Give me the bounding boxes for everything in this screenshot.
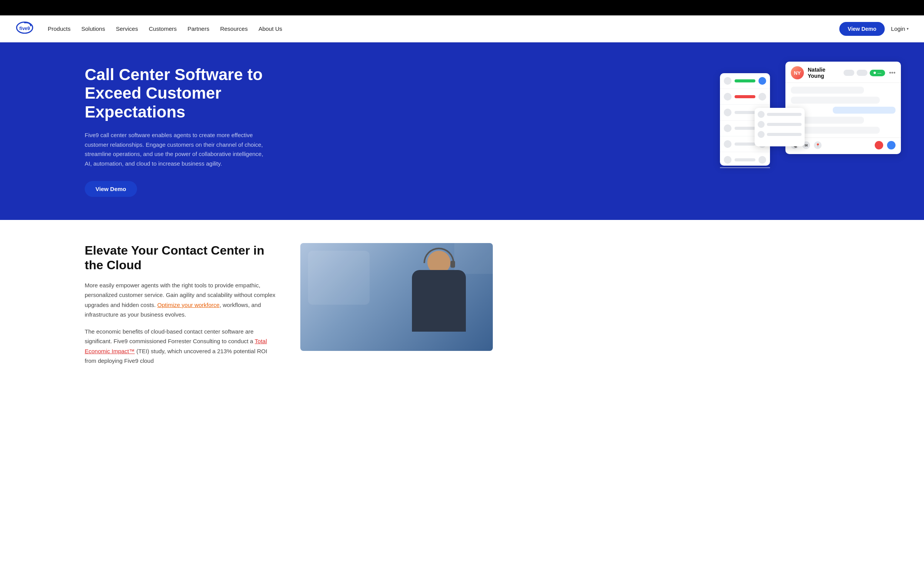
nav-item-services[interactable]: Services bbox=[116, 25, 138, 32]
sidebar-icon-1 bbox=[724, 77, 732, 85]
sidebar-row-2 bbox=[720, 89, 770, 105]
sidebar-icon-circle-blue bbox=[758, 77, 766, 85]
section-two-image bbox=[300, 243, 493, 351]
small-row-2 bbox=[758, 121, 802, 128]
hero-title: Call Center Software to Exceed Customer … bbox=[85, 65, 285, 121]
nav-links: Products Solutions Services Customers Pa… bbox=[48, 25, 282, 32]
sidebar-icon-4 bbox=[724, 109, 732, 116]
sidebar-row-1 bbox=[720, 73, 770, 89]
footer-end-button bbox=[875, 141, 883, 149]
agent-avatar: NY bbox=[791, 66, 804, 79]
mock-small-card bbox=[755, 108, 805, 146]
status-indicator: — bbox=[870, 70, 885, 76]
section-two: Elevate Your Contact Center in the Cloud… bbox=[0, 220, 924, 396]
footer-map-icon: 📍 bbox=[814, 141, 822, 149]
chat-bubble-received-2 bbox=[791, 97, 880, 104]
small-circle-1 bbox=[758, 111, 765, 118]
chat-bubble-sent-1 bbox=[833, 107, 896, 114]
nav-item-customers[interactable]: Customers bbox=[149, 25, 177, 32]
bar-gray-1 bbox=[735, 111, 755, 114]
sidebar-icon-6 bbox=[724, 124, 732, 132]
logo[interactable]: five9 bbox=[15, 21, 34, 37]
small-bar-1 bbox=[767, 113, 802, 116]
small-bar-3 bbox=[767, 133, 802, 136]
status-dot bbox=[874, 72, 876, 74]
section-two-paragraph-1: More easily empower agents with the righ… bbox=[85, 280, 277, 320]
hero-content: Call Center Software to Exceed Customer … bbox=[85, 65, 285, 197]
navbar: five9 Products Solutions Services Custom… bbox=[0, 15, 924, 42]
agent-figure bbox=[400, 251, 477, 351]
sidebar-row-6 bbox=[720, 152, 770, 168]
bar-gray-2 bbox=[735, 127, 755, 130]
nav-item-about-us[interactable]: About Us bbox=[258, 25, 282, 32]
top-bar bbox=[0, 0, 924, 15]
bar-green bbox=[735, 79, 755, 82]
optimize-workforce-link[interactable]: Optimize your workforce bbox=[157, 302, 219, 308]
small-row-1 bbox=[758, 111, 802, 118]
hero-description: Five9 call center software enables agent… bbox=[85, 131, 270, 169]
chat-bubble-received-1 bbox=[791, 87, 864, 94]
chat-header-actions: — ••• bbox=[844, 69, 896, 76]
mock-ui-container: NY Natalie Young — ••• bbox=[716, 58, 901, 181]
small-bar-2 bbox=[767, 123, 802, 126]
chat-card-header: NY Natalie Young — ••• bbox=[785, 62, 901, 83]
nav-login-button[interactable]: Login ▾ bbox=[891, 25, 909, 32]
nav-item-partners[interactable]: Partners bbox=[187, 25, 209, 32]
sidebar-icon-3 bbox=[758, 93, 766, 101]
hero-view-demo-button[interactable]: View Demo bbox=[85, 181, 137, 197]
bar-gray-3 bbox=[735, 143, 755, 146]
hero-section: Call Center Software to Exceed Customer … bbox=[0, 42, 924, 220]
bg-shape-1 bbox=[308, 251, 370, 305]
small-row-3 bbox=[758, 131, 802, 138]
section-two-title: Elevate Your Contact Center in the Cloud bbox=[85, 243, 277, 273]
small-circle-3 bbox=[758, 131, 765, 138]
navbar-left: five9 Products Solutions Services Custom… bbox=[15, 21, 282, 37]
small-circle-2 bbox=[758, 121, 765, 128]
dots-menu-icon: ••• bbox=[889, 69, 896, 76]
nav-item-products[interactable]: Products bbox=[48, 25, 70, 32]
status-dash: — bbox=[877, 71, 881, 75]
agent-name: Natalie Young bbox=[808, 67, 840, 79]
sidebar-icon-11 bbox=[758, 156, 766, 164]
nav-item-solutions[interactable]: Solutions bbox=[81, 25, 105, 32]
svg-text:five9: five9 bbox=[19, 26, 30, 31]
bar-gray-4 bbox=[735, 158, 755, 161]
bar-red bbox=[735, 95, 755, 98]
action-pill-1 bbox=[844, 70, 854, 76]
nav-view-demo-button[interactable]: View Demo bbox=[839, 22, 885, 36]
section-two-paragraph-2: The economic benefits of cloud-based con… bbox=[85, 327, 277, 366]
section-two-content: Elevate Your Contact Center in the Cloud… bbox=[85, 243, 277, 373]
action-pill-2 bbox=[857, 70, 867, 76]
hero-illustration: NY Natalie Young — ••• bbox=[716, 58, 901, 181]
sidebar-icon-10 bbox=[724, 156, 732, 164]
footer-action-button bbox=[887, 141, 896, 149]
chevron-down-icon: ▾ bbox=[907, 27, 909, 31]
small-card-content bbox=[755, 108, 805, 141]
sidebar-icon-8 bbox=[724, 140, 732, 148]
navbar-right: View Demo Login ▾ bbox=[839, 22, 909, 36]
sidebar-icon-2 bbox=[724, 93, 732, 101]
nav-item-resources[interactable]: Resources bbox=[220, 25, 248, 32]
person-body bbox=[412, 270, 466, 332]
